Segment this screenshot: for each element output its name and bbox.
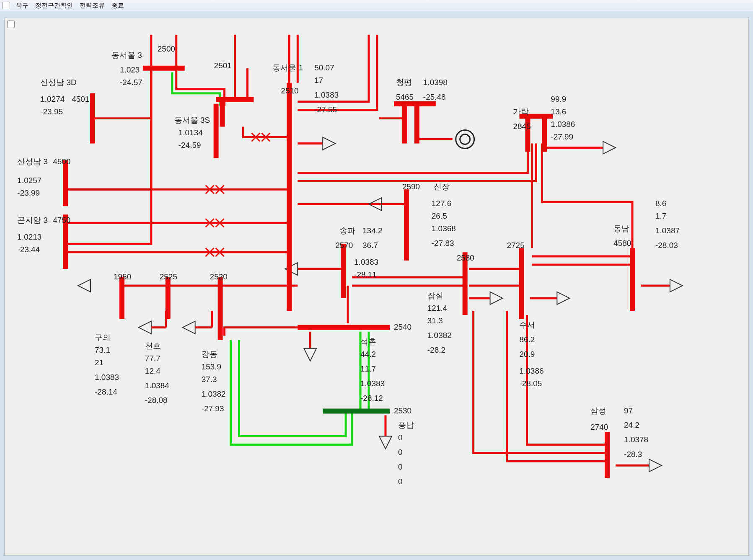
id-2525: 2525 — [160, 272, 177, 281]
name-2525: 천호 — [145, 341, 161, 350]
p-2740: 97 — [624, 406, 633, 415]
id-2740: 2740 — [590, 423, 608, 431]
power-network-diagram: 신성남 3D 1.0274 -23.95 4501 신성남 3 4500 1.0… — [5, 18, 748, 555]
a-4500: -23.99 — [17, 188, 40, 197]
q-2520: 37.3 — [202, 375, 217, 384]
v-2510: 1.0383 — [314, 90, 339, 99]
v-4750: 1.0213 — [17, 232, 41, 241]
menu-power-flow[interactable]: 전력조류 — [80, 2, 105, 10]
menu-outage-check[interactable]: 정전구간확인 — [35, 2, 73, 10]
q-2590: 26.5 — [432, 212, 447, 220]
p-2540: 44.2 — [360, 350, 376, 359]
app-icon — [3, 2, 10, 9]
a-2590: -27.83 — [432, 239, 454, 248]
id-2540: 2540 — [394, 323, 411, 331]
v-2530: 0 — [398, 462, 403, 471]
name-2520: 강동 — [202, 350, 217, 359]
id-2845: 2845 — [513, 122, 530, 131]
p-2845: 99.9 — [551, 95, 566, 103]
name-5465: 청평 — [396, 78, 412, 87]
id-2501: 2501 — [214, 61, 232, 70]
a-2580: -28.2 — [427, 346, 445, 354]
svg-marker-24 — [183, 321, 195, 334]
q-4580: 1.7 — [655, 212, 666, 220]
name-2590: 신장 — [434, 182, 450, 191]
a-1950: -28.14 — [95, 387, 117, 396]
id-4500: 4500 — [53, 157, 70, 166]
v-2540: 1.0383 — [360, 379, 385, 388]
id-4750: 4750 — [53, 216, 70, 225]
id-4580: 4580 — [613, 239, 631, 248]
svg-point-7 — [456, 130, 474, 149]
p-4580: 8.6 — [655, 199, 666, 208]
a-2500: -24.57 — [120, 78, 142, 87]
svg-marker-21 — [139, 321, 151, 334]
id-1950: 1950 — [114, 272, 131, 281]
p-2590: 127.6 — [432, 199, 451, 208]
v-2570: 1.0383 — [354, 258, 378, 266]
svg-point-8 — [460, 134, 470, 145]
name-sinseongnam3: 신성남 3 — [17, 157, 48, 166]
a-2510: -27.55 — [314, 105, 337, 114]
a-2501: -24.59 — [179, 141, 201, 150]
v-2740: 1.0378 — [624, 435, 648, 444]
svg-marker-6 — [323, 137, 335, 150]
v-2500: 1.023 — [120, 65, 140, 74]
a-suseo: -28.05 — [519, 379, 542, 388]
q-2845: 13.6 — [551, 107, 566, 116]
svg-marker-9 — [603, 142, 616, 154]
q-2580: 31.3 — [427, 316, 443, 325]
p-2580: 121.4 — [427, 304, 447, 312]
v-2501: 1.0134 — [179, 128, 203, 137]
v-4500: 1.0257 — [17, 176, 41, 185]
name-2570: 송파 — [339, 226, 355, 235]
a-2845: -27.99 — [551, 132, 573, 141]
a-2530: 0 — [398, 477, 403, 486]
menu-exit[interactable]: 종료 — [111, 2, 124, 10]
p-2520: 153.9 — [202, 362, 221, 371]
a-2540: -28.12 — [360, 394, 383, 403]
id-2520: 2520 — [210, 272, 228, 281]
q-1950: 21 — [95, 358, 104, 367]
p-suseo: 86.2 — [519, 335, 535, 344]
id-2510: 2510 — [281, 86, 298, 95]
a-4580: -28.03 — [655, 241, 678, 250]
v-2525: 1.0384 — [145, 381, 169, 390]
v-sinseongnam3d: 1.0274 — [40, 95, 65, 103]
svg-marker-12 — [78, 279, 91, 292]
p-2570: 134.2 — [362, 226, 382, 235]
a-2570: -28.11 — [354, 270, 377, 279]
svg-marker-20 — [379, 436, 392, 449]
svg-marker-18 — [304, 348, 316, 361]
v-suseo: 1.0386 — [519, 366, 543, 375]
name-2740: 삼성 — [590, 406, 606, 415]
v-2580: 1.0382 — [427, 331, 452, 340]
name-2510: 동서울 1 — [272, 63, 303, 72]
a-2525: -28.08 — [145, 396, 168, 405]
canvas-icon — [7, 21, 15, 28]
diagram-canvas: 신성남 3D 1.0274 -23.95 4501 신성남 3 4500 1.0… — [4, 18, 749, 556]
q-2525: 12.4 — [145, 366, 160, 375]
q-2570: 36.7 — [362, 241, 378, 250]
id-2530: 2530 — [394, 406, 411, 415]
v-2845: 1.0386 — [551, 120, 575, 129]
p-2525: 77.7 — [145, 354, 160, 363]
name-2530: 풍납 — [398, 421, 414, 429]
name-1950: 구의 — [95, 333, 111, 342]
q-suseo: 20.9 — [519, 350, 535, 359]
svg-marker-16 — [649, 459, 662, 472]
menu-restore[interactable]: 복구 — [16, 2, 28, 10]
p-1950: 73.1 — [95, 346, 110, 354]
id-2590: 2590 — [402, 182, 420, 191]
id-4501: 4501 — [72, 95, 89, 103]
a-sinseongnam3d: -23.95 — [40, 107, 63, 116]
menubar: 복구 정전구간확인 전력조류 종료 — [0, 0, 753, 11]
p-2510: 50.07 — [314, 63, 334, 72]
a-4750: -23.44 — [17, 245, 40, 254]
id-2500: 2500 — [158, 44, 175, 53]
a-2520: -27.93 — [202, 404, 224, 413]
v-1950: 1.0383 — [95, 373, 119, 382]
a-2740: -28.3 — [624, 450, 642, 459]
id-2580: 2580 — [457, 253, 474, 262]
name-suseo: 수서 — [519, 320, 535, 329]
